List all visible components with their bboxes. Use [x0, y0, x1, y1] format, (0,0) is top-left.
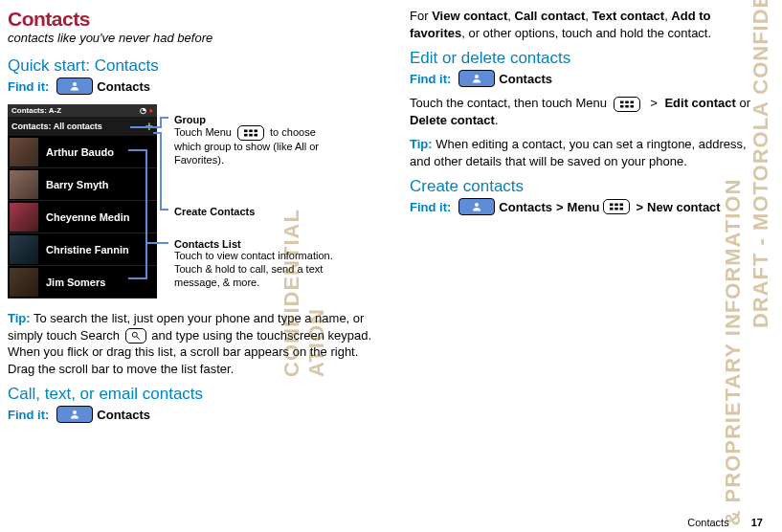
findit-row: Find it: Contacts > Menu > New contact	[410, 198, 763, 215]
svg-rect-19	[614, 204, 618, 207]
contact-row[interactable]: Jim Somers	[8, 266, 157, 299]
svg-rect-20	[619, 204, 623, 207]
svg-rect-13	[630, 100, 634, 103]
avatar	[10, 138, 38, 166]
contact-name: Jim Somers	[40, 277, 105, 288]
annotation-title: Create Contacts	[174, 206, 318, 217]
findit-after: Contacts	[97, 408, 150, 422]
contact-name: Christine Fannin	[40, 244, 129, 255]
search-key-icon	[125, 328, 146, 344]
svg-point-17	[475, 203, 479, 207]
page-footer: Contacts 17	[687, 517, 763, 528]
contacts-icon	[458, 198, 495, 215]
menu-key-icon	[603, 199, 630, 214]
findit-after: Contacts	[499, 72, 552, 86]
clock-icon: ◔	[140, 106, 146, 115]
menu-key-icon	[237, 125, 264, 141]
contact-row[interactable]: Arthur Baudo	[8, 136, 157, 168]
quickstart-heading: Quick start: Contacts	[8, 56, 381, 76]
svg-rect-22	[614, 208, 618, 211]
svg-rect-12	[625, 100, 629, 103]
text: ,	[507, 9, 514, 23]
svg-rect-14	[620, 105, 624, 108]
edit-tip-paragraph: Tip: When editing a contact, you can set…	[410, 136, 763, 169]
group-header[interactable]: Contacts: All contacts +	[8, 117, 157, 136]
svg-rect-4	[244, 134, 248, 137]
gt-separator: >	[637, 200, 644, 214]
svg-rect-21	[610, 208, 614, 211]
group-header-label: Contacts: All contacts	[11, 122, 102, 131]
svg-point-10	[475, 75, 479, 78]
contact-row[interactable]: Barry Smyth	[8, 168, 157, 201]
text-bold: Delete contact	[410, 113, 495, 127]
svg-rect-1	[244, 130, 248, 133]
gt-separator: >	[556, 200, 564, 214]
text: , or other options, touch and hold the c…	[461, 26, 711, 40]
footer-page-number: 17	[751, 517, 763, 528]
findit-label: Find it:	[410, 72, 451, 86]
svg-rect-3	[254, 130, 257, 133]
contact-row[interactable]: Christine Fannin	[8, 233, 157, 266]
text-bold: Call contact	[515, 9, 586, 23]
annotation-title: Group	[174, 114, 337, 125]
findit-after: Contacts	[499, 200, 552, 214]
contact-name: Arthur Baudo	[40, 146, 114, 158]
svg-point-7	[132, 332, 137, 337]
text: For	[410, 9, 432, 23]
findit-label: Find it:	[8, 408, 49, 422]
call-heading: Call, text, or email contacts	[8, 385, 381, 404]
svg-rect-15	[625, 105, 629, 108]
svg-point-9	[73, 410, 77, 414]
edit-paragraph: Touch the contact, then touch Menu > Edi…	[410, 95, 763, 128]
text: or	[736, 96, 750, 110]
findit-label: Find it:	[8, 79, 49, 94]
svg-rect-5	[249, 134, 253, 137]
findit-label: Find it:	[410, 200, 451, 214]
contacts-icon	[458, 70, 495, 87]
annotation-create: Create Contacts	[174, 206, 318, 217]
findit-row: Find it: Contacts	[8, 78, 381, 95]
page-subtitle: contacts like you've never had before	[8, 31, 381, 45]
text: Menu	[568, 200, 600, 214]
avatar	[10, 268, 38, 297]
footer-section: Contacts	[687, 517, 728, 528]
svg-point-0	[73, 82, 77, 86]
phone-screenshot-wrap: Contacts: A-Z ◔ ● Contacts: All contacts…	[8, 104, 381, 299]
add-contact-icon[interactable]: +	[145, 120, 153, 133]
annotation-body: Touch Menu to choose which group to show…	[174, 125, 337, 167]
tip-label: Tip:	[8, 311, 31, 325]
annotation-title: Contacts List	[174, 238, 337, 250]
annotation-list: Contacts List Touch to view contact info…	[174, 238, 337, 289]
right-top-paragraph: For View contact, Call contact, Text con…	[410, 8, 763, 41]
svg-rect-23	[619, 208, 623, 211]
status-icons: ◔ ●	[140, 106, 153, 115]
battery-icon: ●	[148, 106, 153, 115]
create-heading: Create contacts	[410, 177, 763, 196]
svg-rect-2	[249, 130, 253, 133]
status-bar: Contacts: A-Z ◔ ●	[8, 104, 157, 117]
gt-separator: >	[650, 96, 658, 110]
avatar	[10, 170, 38, 199]
avatar	[10, 235, 38, 264]
svg-line-8	[136, 337, 139, 340]
findit-row: Find it: Contacts	[410, 70, 763, 87]
ann-text: Touch Menu	[174, 126, 235, 138]
annotation-group: Group Touch Menu to choose which group t…	[174, 114, 337, 167]
svg-rect-11	[620, 100, 624, 103]
contact-name: Cheyenne Medin	[40, 211, 129, 223]
phone-screenshot: Contacts: A-Z ◔ ● Contacts: All contacts…	[8, 104, 157, 299]
annotation-body: Touch to view contact information. Touch…	[174, 250, 337, 289]
findit-row: Find it: Contacts	[8, 406, 381, 423]
text: ,	[585, 9, 592, 23]
contacts-icon	[56, 78, 93, 95]
contacts-icon	[56, 406, 93, 423]
status-title: Contacts: A-Z	[11, 106, 61, 115]
edit-heading: Edit or delete contacts	[410, 49, 763, 68]
text-bold: Text contact	[592, 9, 665, 23]
findit-after: Contacts	[97, 79, 150, 94]
svg-rect-6	[254, 134, 257, 137]
svg-rect-18	[610, 204, 614, 207]
text-bold: View contact	[432, 9, 507, 23]
page-title: Contacts	[8, 8, 381, 31]
contact-row[interactable]: Cheyenne Medin	[8, 201, 157, 233]
